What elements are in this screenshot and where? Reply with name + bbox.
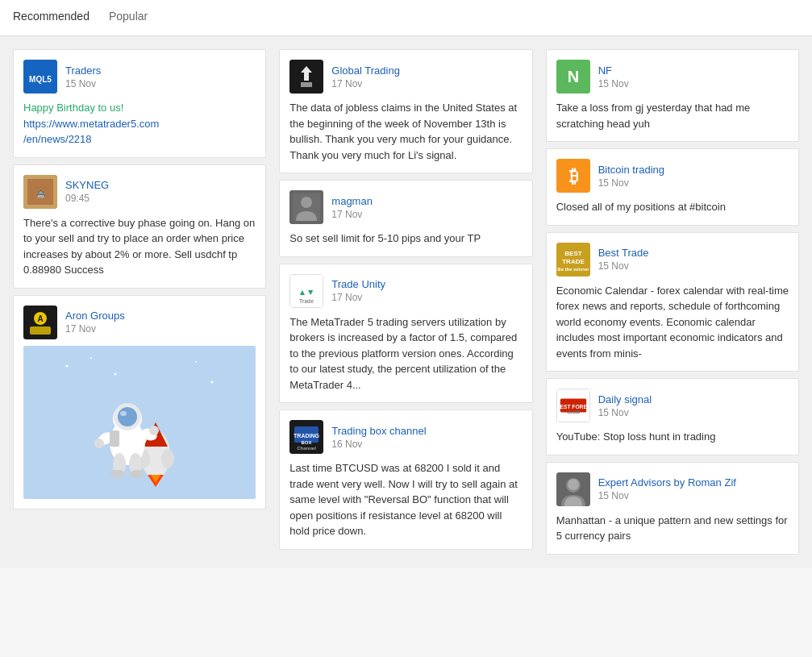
- svg-point-13: [195, 361, 197, 363]
- svg-point-29: [149, 426, 159, 435]
- svg-point-12: [115, 372, 117, 375]
- card-name-skyneg[interactable]: SKYNEG: [65, 179, 109, 191]
- card-header-best-trade: BEST TRADE Be the winner Best Trade 15 N…: [556, 243, 789, 277]
- card-date-trade-unity: 17 Nov: [331, 292, 385, 303]
- avatar-expert-advisors: [556, 472, 590, 506]
- card-name-trading-box[interactable]: Trading box channel: [331, 425, 426, 437]
- card-date-traders: 15 Nov: [65, 78, 101, 89]
- avatar-magman: [289, 190, 323, 224]
- svg-rect-34: [110, 430, 119, 447]
- card-skyneg: 🏯 SKYNEG 09:45 There's a corrective buy …: [13, 164, 266, 289]
- svg-point-24: [118, 407, 137, 426]
- card-meta-global: Global Trading 17 Nov: [331, 64, 400, 89]
- svg-rect-8: [30, 326, 51, 335]
- card-best-trade: BEST TRADE Be the winner Best Trade 15 N…: [546, 232, 799, 372]
- card-body-traders: Happy Birthday to us! https://www.metatr…: [23, 100, 256, 148]
- avatar-trading-box: TRADING BOX Channel: [289, 420, 323, 454]
- card-date-trading-box: 16 Nov: [331, 439, 426, 450]
- card-meta-trade-unity: Trade Unity 17 Nov: [331, 278, 385, 303]
- card-header-nf: N NF 15 Nov: [556, 60, 789, 94]
- card-name-trade-unity[interactable]: Trade Unity: [331, 278, 385, 290]
- card-name-global[interactable]: Global Trading: [331, 64, 400, 77]
- svg-text:Channel: Channel: [297, 446, 316, 451]
- card-expert-advisors: Expert Advisors by Roman Zif 15 Nov Manh…: [546, 462, 799, 555]
- card-name-traders[interactable]: Traders: [65, 64, 101, 77]
- svg-text:TRADE: TRADE: [562, 258, 585, 265]
- card-date-global: 17 Nov: [331, 78, 400, 89]
- main-content: MQL5 Traders 15 Nov Happy Birthday to us…: [0, 36, 812, 568]
- card-body-magman: So set sell limit for 5-10 pips and your…: [289, 231, 522, 247]
- card-daily-signal: BEST FOREX CLUB Daily signal 15 Nov YouT…: [546, 378, 799, 455]
- avatar-daily-signal: BEST FOREX CLUB: [556, 389, 590, 422]
- card-body-expert-advisors: Manhattan - a unique pattern and new set…: [556, 513, 789, 544]
- card-body-daily-signal: YouTube: Stop loss hunt in trading: [556, 429, 789, 445]
- card-name-aron[interactable]: Aron Groups: [65, 310, 125, 322]
- card-meta-trading-box: Trading box channel 16 Nov: [331, 425, 426, 450]
- card-date-bitcoin: 15 Nov: [598, 177, 664, 189]
- svg-text:A: A: [37, 314, 43, 323]
- traders-link[interactable]: https://www.metatrader5.com/en/news/2218: [23, 118, 159, 146]
- card-nf: N NF 15 Nov Take a loss from gj yesterda…: [546, 49, 799, 142]
- svg-point-10: [66, 364, 69, 367]
- svg-text:TRADING: TRADING: [294, 433, 319, 439]
- svg-point-11: [90, 357, 92, 359]
- card-date-magman: 17 Nov: [331, 209, 373, 220]
- avatar-trade-unity: ▲▼ Trade: [289, 274, 323, 308]
- card-header-skyneg: 🏯 SKYNEG 09:45: [23, 175, 256, 209]
- svg-text:CLUB: CLUB: [567, 410, 580, 414]
- card-date-nf: 15 Nov: [598, 78, 629, 89]
- card-name-nf[interactable]: NF: [598, 64, 629, 77]
- svg-text:BOX: BOX: [302, 440, 312, 445]
- card-header-expert-advisors: Expert Advisors by Roman Zif 15 Nov: [556, 472, 789, 506]
- card-name-magman[interactable]: magman: [331, 195, 373, 207]
- card-header-trade-unity: ▲▼ Trade Trade Unity 17 Nov: [289, 274, 522, 308]
- card-header-aron: A Aron Groups 17 Nov: [23, 306, 256, 339]
- svg-point-61: [568, 479, 579, 490]
- svg-point-18: [161, 449, 174, 468]
- card-meta-expert-advisors: Expert Advisors by Roman Zif 15 Nov: [598, 476, 736, 501]
- card-trade-unity: ▲▼ Trade Trade Unity 17 Nov The MetaTrad…: [279, 264, 532, 404]
- left-column: MQL5 Traders 15 Nov Happy Birthday to us…: [6, 43, 273, 561]
- avatar-aron: A: [23, 306, 57, 339]
- svg-point-33: [130, 470, 144, 478]
- card-aron-groups: A Aron Groups 17 Nov: [13, 295, 266, 509]
- middle-column: Global Trading 17 Nov The data of jobles…: [273, 43, 539, 561]
- card-date-expert-advisors: 15 Nov: [598, 490, 736, 501]
- card-name-bitcoin[interactable]: Bitcoin trading: [598, 164, 664, 176]
- card-global-trading: Global Trading 17 Nov The data of jobles…: [279, 49, 532, 173]
- avatar-nf: N: [556, 60, 590, 94]
- svg-text:N: N: [567, 68, 578, 85]
- card-magman: magman 17 Nov So set sell limit for 5-10…: [279, 180, 532, 257]
- card-header-trading-box: TRADING BOX Channel Trading box channel …: [289, 420, 522, 454]
- avatar-skyneg: 🏯: [23, 175, 57, 209]
- avatar-global: [289, 60, 323, 94]
- svg-text:Trade: Trade: [299, 298, 314, 304]
- svg-point-14: [211, 380, 214, 383]
- card-body-best-trade: Economic Calendar - forex calendar with …: [556, 283, 789, 362]
- right-column: N NF 15 Nov Take a loss from gj yesterda…: [539, 43, 806, 561]
- tab-popular[interactable]: Popular: [109, 10, 148, 26]
- card-date-skyneg: 09:45: [65, 193, 109, 204]
- svg-text:🏯: 🏯: [36, 189, 46, 199]
- svg-text:₿: ₿: [568, 166, 577, 186]
- card-header: MQL5 Traders 15 Nov: [23, 60, 256, 94]
- card-meta-bitcoin: Bitcoin trading 15 Nov: [598, 164, 664, 189]
- svg-text:BEST: BEST: [564, 250, 581, 257]
- astronaut-image: [23, 346, 256, 499]
- card-body-nf: Take a loss from gj yesterday that had m…: [556, 100, 789, 131]
- card-name-daily-signal[interactable]: Daily signal: [598, 393, 652, 405]
- card-body-global: The data of jobless claims in the United…: [289, 100, 522, 163]
- card-meta-aron: Aron Groups 17 Nov: [65, 310, 125, 335]
- svg-text:MQL5: MQL5: [29, 75, 52, 84]
- card-name-expert-advisors[interactable]: Expert Advisors by Roman Zif: [598, 476, 736, 489]
- card-date-best-trade: 15 Nov: [598, 260, 649, 272]
- card-name-best-trade[interactable]: Best Trade: [598, 247, 649, 259]
- svg-text:Be the winner: Be the winner: [557, 267, 589, 272]
- card-meta-nf: NF 15 Nov: [598, 64, 629, 89]
- svg-point-25: [120, 411, 127, 416]
- tab-recommended[interactable]: Recommended: [13, 10, 90, 26]
- card-body-skyneg: There's a corrective buy phase going on.…: [23, 215, 256, 278]
- card-header-global: Global Trading 17 Nov: [289, 60, 522, 94]
- card-meta-best-trade: Best Trade 15 Nov: [598, 247, 649, 272]
- card-meta-skyneg: SKYNEG 09:45: [65, 179, 109, 204]
